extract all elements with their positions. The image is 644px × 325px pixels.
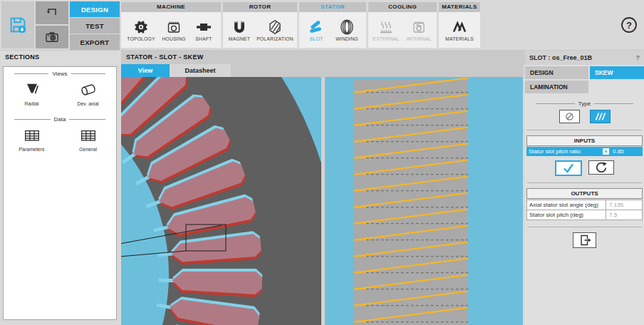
ribbon-item-internal-cooling[interactable]: INTERNAL <box>402 19 435 41</box>
tab-design[interactable]: DESIGN <box>70 1 120 17</box>
type-legend: Type <box>532 100 637 107</box>
divider <box>527 227 642 227</box>
tab-datasheet[interactable]: Datasheet <box>170 64 231 77</box>
group-machine: MACHINE TOPOLOGY <box>121 2 221 48</box>
ribbon-item-materials[interactable]: MATERIALS <box>440 19 479 41</box>
skew-lines-icon <box>593 112 606 121</box>
prop-panel-titlebar: SLOT : os_Free_01B ? <box>525 51 644 65</box>
workflow-arrow-button[interactable] <box>36 1 68 24</box>
data-item-parameters[interactable]: Parameters <box>6 125 58 152</box>
type-option-skew[interactable] <box>590 110 611 123</box>
item-label: POLARIZATION <box>256 36 294 41</box>
help-button[interactable]: ? <box>620 16 638 34</box>
item-label: SHAFT <box>195 36 212 41</box>
ribbon-item-polarization[interactable]: POLARIZATION <box>254 19 296 41</box>
output-label: Axial stator slot angle (deg) <box>527 202 606 208</box>
ribbon-item-magnet[interactable]: MAGNET <box>224 19 254 41</box>
inputs-header: INPUTS <box>526 135 643 146</box>
magnet-icon <box>231 19 248 36</box>
tab-test[interactable]: TEST <box>70 18 120 33</box>
sections-panel-title: SECTIONS <box>0 51 125 64</box>
sections-panel: Views Radial Dev. axial <box>0 64 120 325</box>
ribbon-item-winding[interactable]: WINDING <box>331 19 363 41</box>
confirm-check-icon <box>561 161 576 175</box>
input-value[interactable]: 0.85 <box>611 148 643 155</box>
polarization-icon <box>266 19 284 36</box>
topology-icon <box>133 19 150 36</box>
output-row-axial-slot-angle: Axial stator slot angle (deg) 7.135 <box>527 200 642 210</box>
item-label: MAGNET <box>229 36 250 41</box>
slot-skew-canvas[interactable] <box>121 77 523 325</box>
dev-axial-view <box>325 77 523 325</box>
screenshot-button[interactable] <box>36 26 68 48</box>
general-table-icon <box>78 125 98 145</box>
output-label: Stator slot pitch (deg) <box>527 212 606 218</box>
reset-button[interactable] <box>588 160 614 175</box>
radial-view-icon <box>22 80 42 100</box>
radial-view <box>121 77 338 325</box>
group-stator: STATOR SLOT <box>299 2 366 48</box>
data-item-general[interactable]: General <box>63 125 114 152</box>
spinner-icon[interactable]: ▾ <box>603 148 609 155</box>
group-rotor: ROTOR MAGNET <box>223 2 297 48</box>
group-materials: MATERIALS MATERIALS <box>439 2 480 48</box>
ribbon-item-external-cooling[interactable]: EXTERNAL <box>370 19 402 41</box>
output-value: 7.5 <box>606 210 642 220</box>
input-row-stator-slot-pitch-ratio[interactable]: Stator slot pitch ratio ▾ 0.85 <box>526 147 643 156</box>
no-skew-icon <box>564 111 575 122</box>
view-item-dev-axial[interactable]: Dev. axial <box>63 80 114 106</box>
prop-help-button[interactable]: ? <box>636 51 640 65</box>
group-cooling: COOLING EXTERNAL <box>368 2 437 48</box>
group-machine-label: MACHINE <box>121 2 221 12</box>
viewer-tabs: View Datasheet <box>121 64 524 77</box>
prop-panel-title: SLOT : os_Free_01B <box>529 51 592 65</box>
item-label: TOPOLOGY <box>127 36 155 41</box>
item-label: WINDING <box>336 36 358 41</box>
group-stator-label: STATOR <box>299 2 366 12</box>
slot-skew-drawing <box>121 77 523 325</box>
tab-export[interactable]: EXPORT <box>70 34 120 50</box>
output-value: 7.135 <box>606 200 642 210</box>
prop-tab-design[interactable]: DESIGN <box>525 66 588 79</box>
winding-icon <box>338 19 355 36</box>
input-label: Stator slot pitch ratio <box>526 148 603 155</box>
sections-box: Views Radial Dev. axial <box>3 66 117 320</box>
output-row-slot-pitch: Stator slot pitch (deg) 7.5 <box>527 210 642 220</box>
camera-icon <box>43 29 61 46</box>
item-label: HOUSING <box>162 36 185 41</box>
slot-icon <box>308 19 325 36</box>
materials-icon <box>451 19 468 36</box>
housing-icon <box>165 19 182 36</box>
view-item-label: Radial <box>25 101 39 106</box>
confirm-button[interactable] <box>555 160 582 176</box>
view-item-radial[interactable]: Radial <box>6 80 58 106</box>
item-label: EXTERNAL <box>373 36 399 41</box>
prop-tab-spacer <box>590 81 644 93</box>
ribbon-item-shaft[interactable]: SHAFT <box>189 19 218 41</box>
export-button[interactable] <box>573 232 596 248</box>
item-label: INTERNAL <box>406 36 431 41</box>
item-label: SLOT <box>310 36 323 41</box>
views-legend: Views <box>11 71 109 77</box>
ribbon-item-housing[interactable]: HOUSING <box>158 19 189 41</box>
prop-tab-skew[interactable]: SKEW <box>590 66 644 79</box>
ribbon-item-slot[interactable]: SLOT <box>302 19 331 41</box>
ribbon-groups: MACHINE TOPOLOGY <box>121 2 480 48</box>
type-option-no-skew[interactable] <box>559 110 580 123</box>
save-button[interactable] <box>1 1 34 48</box>
ribbon-toolbar: DESIGN TEST EXPORT MACHINE <box>0 0 644 51</box>
outputs-table: Axial stator slot angle (deg) 7.135 Stat… <box>526 200 643 220</box>
workflow-arrow-icon <box>43 4 61 21</box>
tab-view[interactable]: View <box>121 64 170 77</box>
view-item-label: Dev. axial <box>77 101 98 106</box>
viewer-panel-title: STATOR - SLOT - SKEW <box>121 51 529 64</box>
prop-tab-lamination[interactable]: LAMINATION <box>525 81 588 93</box>
outputs-header: OUTPUTS <box>526 188 643 199</box>
ribbon-item-topology[interactable]: TOPOLOGY <box>124 19 158 41</box>
internal-cooling-icon <box>410 19 427 36</box>
data-legend: Data <box>11 116 109 123</box>
external-cooling-icon <box>378 19 395 36</box>
divider <box>527 130 642 130</box>
group-materials-label: MATERIALS <box>439 2 480 12</box>
data-item-label: Parameters <box>19 147 44 152</box>
